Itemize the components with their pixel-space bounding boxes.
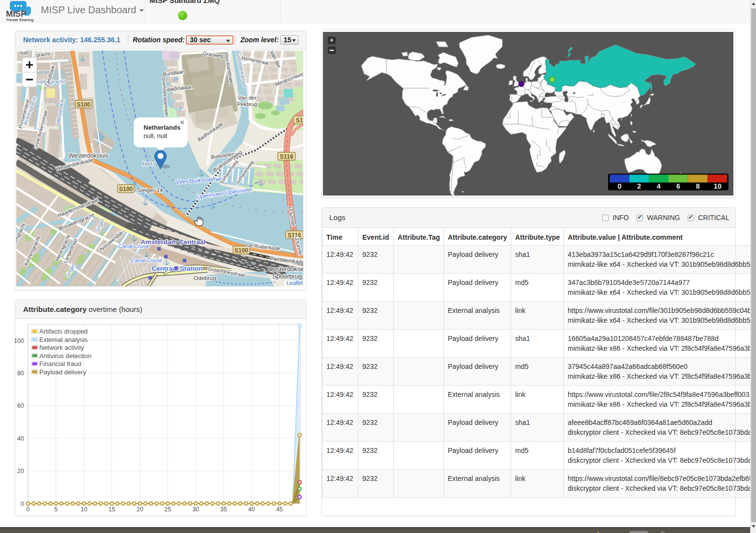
svg-text:External analysis: External analysis [39, 336, 88, 343]
svg-text:⚓: ⚓ [142, 198, 148, 205]
svg-text:Amsterdam Centraal: Amsterdam Centraal [141, 238, 205, 246]
svg-text:S100: S100 [234, 247, 248, 254]
svg-text:5: 5 [54, 506, 58, 513]
svg-text:Oosterdokse: Oosterdokse [268, 265, 303, 273]
svg-text:60: 60 [17, 402, 24, 409]
svg-text:25: 25 [164, 506, 171, 513]
svg-text:Canal Cruise: Canal Cruise [131, 257, 162, 263]
svg-text:20: 20 [17, 468, 24, 475]
svg-text:Threat Sharing: Threat Sharing [6, 18, 34, 22]
svg-text:6: 6 [676, 182, 680, 190]
svg-text:Het I: Het I [142, 160, 156, 168]
svg-text:Network activity: Network activity [39, 344, 85, 351]
svg-text:Leaflet: Leaflet [287, 280, 303, 286]
svg-text:15: 15 [109, 506, 116, 513]
svg-text:⚓: ⚓ [79, 55, 86, 61]
svg-text:⚓: ⚓ [257, 179, 264, 186]
svg-text:10: 10 [81, 506, 87, 513]
svg-text:P: P [174, 76, 178, 83]
svg-text:⚓: ⚓ [209, 202, 216, 209]
svg-text:Artifacts dropped: Artifacts dropped [39, 328, 87, 335]
svg-text:Steiger 14: Steiger 14 [137, 187, 163, 193]
svg-text:P: P [178, 106, 182, 112]
svg-text:0: 0 [27, 506, 30, 513]
svg-text:⚓: ⚓ [143, 251, 149, 257]
svg-text:100: 100 [14, 337, 24, 344]
svg-text:0: 0 [618, 182, 622, 190]
svg-text:Spoorbrug: Spoorbrug [272, 273, 302, 280]
svg-text:45: 45 [276, 506, 283, 513]
svg-text:S100: S100 [119, 186, 133, 193]
svg-text:Financial fraud: Financial fraud [39, 360, 81, 367]
svg-text:40: 40 [248, 506, 255, 513]
svg-text:Odebrug: Odebrug [194, 275, 216, 281]
svg-text:35: 35 [220, 506, 227, 513]
svg-text:⚓: ⚓ [163, 258, 170, 265]
svg-text:Van der: Van der [238, 95, 257, 101]
svg-text:0: 0 [21, 501, 24, 507]
svg-text:Netherlands: Netherlands [144, 124, 180, 131]
svg-text:10: 10 [714, 182, 722, 190]
svg-text:⚓: ⚓ [130, 234, 137, 241]
svg-text:+: + [330, 37, 333, 44]
svg-text:Antivirus detection: Antivirus detection [39, 352, 91, 360]
svg-text:40: 40 [17, 435, 24, 442]
svg-text:oud: oud [20, 51, 28, 56]
svg-text:null, null: null, null [144, 132, 167, 140]
svg-text:8: 8 [696, 182, 700, 190]
svg-text:80: 80 [17, 370, 24, 377]
svg-text:4: 4 [657, 182, 661, 190]
svg-text:⚓: ⚓ [198, 169, 204, 176]
svg-text:20: 20 [136, 506, 143, 513]
svg-text:S11: S11 [296, 117, 303, 124]
svg-text:30: 30 [192, 506, 199, 513]
svg-text:Canal Cruise: Canal Cruise [118, 243, 149, 249]
svg-text:2: 2 [637, 182, 641, 190]
svg-text:Pekbrug: Pekbrug [237, 101, 258, 107]
svg-text:S116: S116 [280, 153, 293, 160]
svg-text:Payload delivery: Payload delivery [39, 368, 87, 376]
svg-text:S100: S100 [77, 101, 90, 108]
